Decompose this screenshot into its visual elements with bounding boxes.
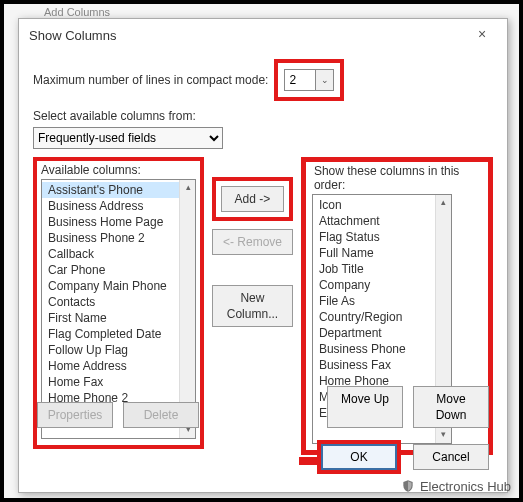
annotation-box-compact: ⌄: [274, 59, 344, 101]
select-from-row: Select available columns from: Frequentl…: [33, 109, 493, 149]
list-item[interactable]: Attachment: [313, 213, 451, 229]
footer-right-buttons: Move Up Move Down: [327, 386, 489, 428]
annotation-box-add: Add ->: [212, 177, 293, 221]
list-item[interactable]: Company: [313, 277, 451, 293]
list-item[interactable]: Job Title: [313, 261, 451, 277]
dialog-title: Show Columns: [29, 28, 116, 43]
watermark: Electronics Hub: [401, 478, 511, 494]
available-columns-listbox[interactable]: Assistant's PhoneBusiness AddressBusines…: [41, 179, 196, 439]
show-label: Show these columns in this order:: [312, 164, 482, 192]
remove-button[interactable]: <- Remove: [212, 229, 293, 255]
cancel-button[interactable]: Cancel: [413, 444, 489, 470]
close-button[interactable]: ×: [467, 25, 497, 45]
list-item[interactable]: Business Home Page: [42, 214, 195, 230]
list-item[interactable]: Car Phone: [42, 262, 195, 278]
footer-left-buttons: Properties Delete: [37, 402, 199, 428]
properties-button[interactable]: Properties: [37, 402, 113, 428]
list-item[interactable]: Assistant's Phone: [42, 182, 195, 198]
compact-spinner[interactable]: ⌄: [284, 69, 334, 91]
ok-cancel-row: OK Cancel: [317, 440, 489, 474]
show-columns-dialog: Show Columns × Maximum number of lines i…: [18, 18, 508, 493]
list-item[interactable]: Company Main Phone: [42, 278, 195, 294]
list-item[interactable]: Department: [313, 325, 451, 341]
list-item[interactable]: Follow Up Flag: [42, 342, 195, 358]
list-item[interactable]: Business Fax: [313, 357, 451, 373]
shield-icon: [401, 478, 415, 494]
select-from-label: Select available columns from:: [33, 109, 196, 123]
list-item[interactable]: Flag Completed Date: [42, 326, 195, 342]
move-down-button[interactable]: Move Down: [413, 386, 489, 428]
list-item[interactable]: File As: [313, 293, 451, 309]
list-item[interactable]: Icon: [313, 197, 451, 213]
list-item[interactable]: Home Address: [42, 358, 195, 374]
ribbon-hint: Add Columns: [44, 6, 110, 18]
titlebar: Show Columns ×: [19, 19, 507, 51]
available-label: Available columns:: [41, 163, 196, 177]
list-item[interactable]: Home Fax: [42, 374, 195, 390]
move-up-button[interactable]: Move Up: [327, 386, 403, 428]
compact-mode-row: Maximum number of lines in compact mode:…: [33, 59, 493, 101]
middle-buttons: Add -> <- Remove New Column...: [212, 157, 293, 455]
add-button[interactable]: Add ->: [221, 186, 284, 212]
annotation-box-ok: OK: [317, 440, 401, 474]
chevron-down-icon[interactable]: ⌄: [315, 70, 333, 90]
list-item[interactable]: Business Address: [42, 198, 195, 214]
list-item[interactable]: Business Phone 2: [42, 230, 195, 246]
delete-button[interactable]: Delete: [123, 402, 199, 428]
scroll-up-icon[interactable]: ▴: [180, 180, 196, 196]
compact-value-input[interactable]: [285, 70, 315, 90]
compact-label: Maximum number of lines in compact mode:: [33, 73, 268, 87]
scrollbar[interactable]: ▴ ▾: [179, 180, 195, 438]
list-item[interactable]: First Name: [42, 310, 195, 326]
list-item[interactable]: Flag Status: [313, 229, 451, 245]
scroll-up-icon[interactable]: ▴: [436, 195, 452, 211]
list-item[interactable]: Full Name: [313, 245, 451, 261]
list-item[interactable]: Callback: [42, 246, 195, 262]
select-from-dropdown[interactable]: Frequently-used fields: [33, 127, 223, 149]
ok-button[interactable]: OK: [321, 444, 397, 470]
list-item[interactable]: Contacts: [42, 294, 195, 310]
list-item[interactable]: Business Phone: [313, 341, 451, 357]
watermark-text: Electronics Hub: [420, 479, 511, 494]
new-column-button[interactable]: New Column...: [212, 285, 293, 327]
screenshot-frame: Add Columns Show Columns × Maximum numbe…: [0, 0, 523, 502]
list-item[interactable]: Country/Region: [313, 309, 451, 325]
